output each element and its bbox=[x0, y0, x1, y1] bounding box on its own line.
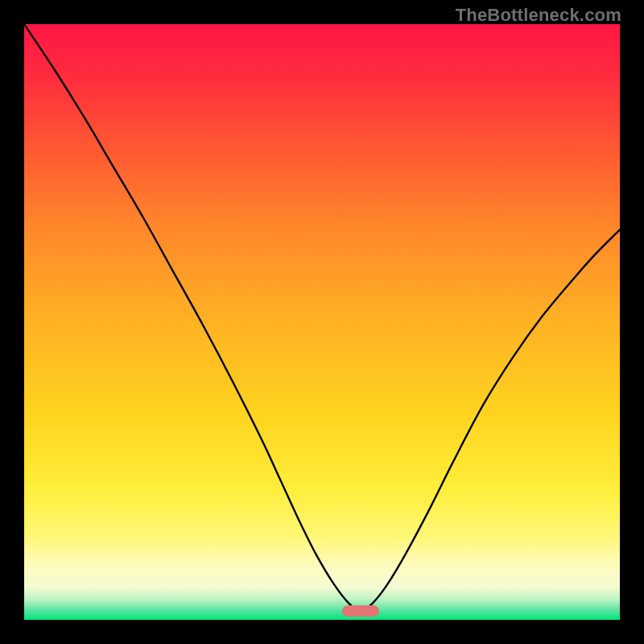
bottleneck-curve bbox=[24, 24, 620, 620]
plot-area bbox=[24, 24, 620, 620]
minimum-marker bbox=[342, 605, 379, 617]
chart-frame: TheBottleneck.com bbox=[0, 0, 644, 644]
watermark-text: TheBottleneck.com bbox=[456, 5, 621, 26]
